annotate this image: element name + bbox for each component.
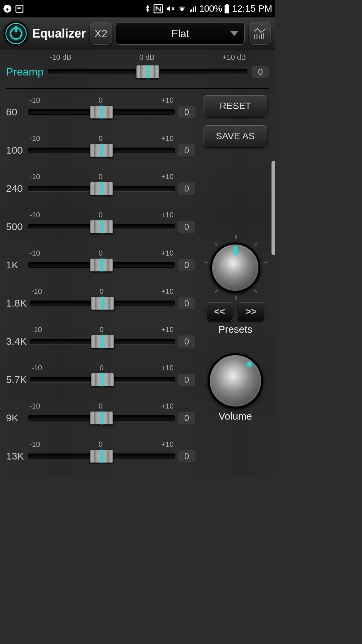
band-thumb[interactable] [90,449,113,463]
band-value: 0 [178,182,195,195]
band-scale: -100+10 [30,364,175,372]
band-value: 0 [178,450,195,462]
band-scale-min: -10 [32,287,42,296]
band-slider[interactable]: -100+10 [30,297,175,310]
band-thumb[interactable] [91,335,114,348]
band-row: 240-100+100 [6,169,195,208]
band-row: 5.7K-100+100 [6,361,195,399]
band-label: 5.7K [6,374,27,385]
band-scale-mid: 0 [99,440,103,449]
band-scale-mid: 0 [99,134,103,143]
equalizer-bars-icon [253,27,266,40]
band-row: 1.8K-100+100 [6,284,195,322]
band-label: 1.8K [6,298,27,309]
svg-rect-8 [190,10,191,12]
band-scale-max: +10 [161,287,174,296]
scrollbar[interactable] [272,161,275,255]
preamp-value: 0 [252,66,269,78]
svg-rect-13 [226,4,228,5]
band-thumb[interactable] [91,297,114,310]
band-slider[interactable]: -100+10 [28,258,175,272]
preset-knob[interactable] [210,243,260,293]
side-column: RESET SAVE AS [202,93,269,475]
save-as-button[interactable]: SAVE AS [203,125,267,147]
band-label: 9K [6,412,25,424]
battery-icon [224,4,230,13]
band-slider[interactable]: -100+10 [28,411,175,425]
band-row: 60-100+100 [6,93,195,131]
svg-rect-10 [193,7,194,12]
band-thumb[interactable] [90,182,113,195]
svg-rect-12 [225,5,229,14]
band-scale: -100+10 [28,134,175,143]
band-slider[interactable]: -100+10 [28,182,175,195]
power-icon [10,28,22,40]
band-scale-min: -10 [29,440,40,449]
main-area: Preamp -10 dB 0 dB +10 dB 0 60-100+10010… [0,50,275,475]
band-thumb[interactable] [90,144,113,157]
preamp-slider[interactable]: -10 dB 0 dB +10 dB [48,64,247,79]
band-scale-max: +10 [161,364,174,372]
band-scale-mid: 0 [100,325,104,334]
knob-indicator [234,247,237,255]
band-slider[interactable]: -100+10 [28,144,175,157]
band-label: 1K [6,259,25,271]
preamp-thumb[interactable] [136,65,160,78]
band-scale-max: +10 [161,440,174,449]
signal-icon [189,5,197,13]
reset-button[interactable]: RESET [203,95,267,117]
band-row: 9K-100+100 [6,399,195,437]
band-scale-mid: 0 [99,172,103,181]
preamp-scale-mid: 0 dB [139,53,155,62]
power-button[interactable] [4,21,28,46]
vibrate-mute-icon [165,4,175,13]
band-row: 1K-100+100 [6,246,195,284]
band-value: 0 [178,144,195,156]
presets-label: Presets [218,324,252,335]
band-row: 3.4K-100+100 [6,322,195,361]
band-value: 0 [178,106,195,118]
band-scale-max: +10 [161,96,174,105]
band-thumb[interactable] [90,105,113,119]
nfc-icon [153,4,163,14]
divider [6,88,269,89]
band-thumb[interactable] [90,220,113,233]
band-scale-min: -10 [29,172,40,181]
preamp-scale-min: -10 dB [50,53,71,62]
band-scale-max: +10 [161,325,174,334]
band-scale-max: +10 [161,402,174,411]
band-value: 0 [178,259,195,271]
band-row: 13K-100+100 [6,437,195,475]
band-scale-max: +10 [161,134,174,143]
knob-indicator [247,362,252,367]
band-label: 240 [6,183,25,194]
band-scale: -100+10 [30,325,175,334]
svg-rect-11 [195,6,196,12]
band-thumb[interactable] [90,411,113,425]
x2-button[interactable]: X2 [90,22,112,45]
band-slider[interactable]: -100+10 [30,373,175,386]
preset-prev-button[interactable]: << [206,302,233,321]
band-label: 13K [6,450,25,462]
preamp-row: Preamp -10 dB 0 dB +10 dB 0 [6,54,269,79]
band-slider[interactable]: -100+10 [28,220,175,233]
band-slider[interactable]: -100+10 [30,335,175,348]
band-slider[interactable]: -100+10 [28,105,175,119]
preset-next-button[interactable]: >> [238,302,264,321]
eq-view-button[interactable] [249,22,271,45]
band-scale: -100+10 [28,211,175,219]
band-value: 0 [178,374,195,386]
preset-dropdown[interactable]: Flat [116,22,245,45]
band-thumb[interactable] [91,373,114,386]
app-title: Equalizer [32,26,86,41]
preamp-label: Preamp [6,66,44,78]
band-scale-mid: 0 [99,402,103,411]
svg-text:x: x [21,9,23,13]
band-scale: -100+10 [28,96,175,105]
band-value: 0 [178,297,195,309]
volume-knob[interactable] [208,353,263,409]
band-slider[interactable]: -100+10 [28,449,175,463]
app-status-icon-2: x [15,4,24,13]
band-thumb[interactable] [90,258,113,272]
band-scale-mid: 0 [100,364,104,372]
